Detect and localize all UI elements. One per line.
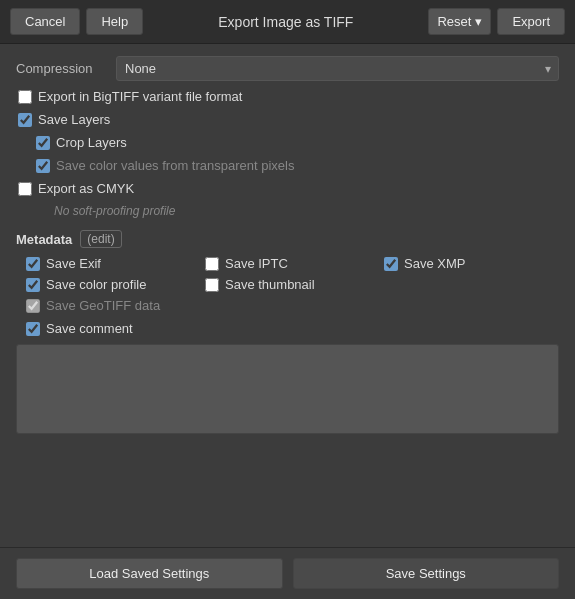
save-thumbnail-item: Save thumbnail: [205, 277, 380, 292]
dialog: Cancel Help Export Image as TIFF Reset E…: [0, 0, 575, 599]
save-xmp-item: Save XMP: [384, 256, 559, 271]
save-color-profile-item: Save color profile: [26, 277, 201, 292]
compression-select[interactable]: None LZW JPEG CCITT G3 Fax CCITT G4 Fax …: [116, 56, 559, 81]
save-layers-label[interactable]: Save Layers: [38, 112, 110, 127]
crop-layers-label[interactable]: Crop Layers: [56, 135, 127, 150]
save-xmp-checkbox[interactable]: [384, 257, 398, 271]
no-soft-proofing-note: No soft-proofing profile: [16, 204, 559, 218]
chevron-down-icon: [475, 14, 482, 29]
save-thumbnail-label[interactable]: Save thumbnail: [225, 277, 315, 292]
save-exif-checkbox[interactable]: [26, 257, 40, 271]
comment-textarea[interactable]: [16, 344, 559, 434]
export-bigtiff-label[interactable]: Export in BigTIFF variant file format: [38, 89, 242, 104]
toolbar: Cancel Help Export Image as TIFF Reset E…: [0, 0, 575, 44]
crop-layers-checkbox[interactable]: [36, 136, 50, 150]
metadata-label: Metadata: [16, 232, 72, 247]
compression-label: Compression: [16, 61, 106, 76]
help-button[interactable]: Help: [86, 8, 143, 35]
save-color-transparent-label[interactable]: Save color values from transparent pixel…: [56, 158, 294, 173]
metadata-header: Metadata (edit): [16, 230, 559, 248]
edit-link[interactable]: (edit): [80, 230, 121, 248]
crop-layers-row: Crop Layers: [16, 135, 559, 150]
save-iptc-label[interactable]: Save IPTC: [225, 256, 288, 271]
save-geotiff-checkbox[interactable]: [26, 299, 40, 313]
save-comment-checkbox[interactable]: [26, 322, 40, 336]
content-area: Compression None LZW JPEG CCITT G3 Fax C…: [0, 44, 575, 547]
save-color-transparent-checkbox[interactable]: [36, 159, 50, 173]
save-comment-label[interactable]: Save comment: [46, 321, 133, 336]
save-thumbnail-checkbox[interactable]: [205, 278, 219, 292]
save-geotiff-row-item: Save GeoTIFF data: [26, 298, 201, 313]
save-xmp-label[interactable]: Save XMP: [404, 256, 465, 271]
compression-select-wrapper: None LZW JPEG CCITT G3 Fax CCITT G4 Fax …: [116, 56, 559, 81]
bottom-bar: Load Saved Settings Save Settings: [0, 547, 575, 599]
save-color-profile-label[interactable]: Save color profile: [46, 277, 146, 292]
save-exif-label[interactable]: Save Exif: [46, 256, 101, 271]
save-color-profile-checkbox[interactable]: [26, 278, 40, 292]
save-iptc-checkbox[interactable]: [205, 257, 219, 271]
save-iptc-item: Save IPTC: [205, 256, 380, 271]
reset-button[interactable]: Reset: [428, 8, 491, 35]
export-cmyk-row: Export as CMYK: [16, 181, 559, 196]
metadata-grid: Save Exif Save IPTC Save XMP Save color …: [16, 256, 559, 313]
export-cmyk-label[interactable]: Export as CMYK: [38, 181, 134, 196]
export-cmyk-checkbox[interactable]: [18, 182, 32, 196]
load-settings-button[interactable]: Load Saved Settings: [16, 558, 283, 589]
save-layers-checkbox[interactable]: [18, 113, 32, 127]
cancel-button[interactable]: Cancel: [10, 8, 80, 35]
save-geotiff-label[interactable]: Save GeoTIFF data: [46, 298, 160, 313]
save-comment-row: Save comment: [16, 321, 559, 336]
save-exif-item: Save Exif: [26, 256, 201, 271]
export-button[interactable]: Export: [497, 8, 565, 35]
reset-label: Reset: [437, 14, 471, 29]
save-color-transparent-row: Save color values from transparent pixel…: [16, 158, 559, 173]
save-layers-row: Save Layers: [16, 112, 559, 127]
save-settings-button[interactable]: Save Settings: [293, 558, 560, 589]
dialog-title: Export Image as TIFF: [149, 14, 422, 30]
export-bigtiff-row: Export in BigTIFF variant file format: [16, 89, 559, 104]
save-geotiff-item: [384, 277, 559, 292]
compression-row: Compression None LZW JPEG CCITT G3 Fax C…: [16, 56, 559, 81]
export-bigtiff-checkbox[interactable]: [18, 90, 32, 104]
